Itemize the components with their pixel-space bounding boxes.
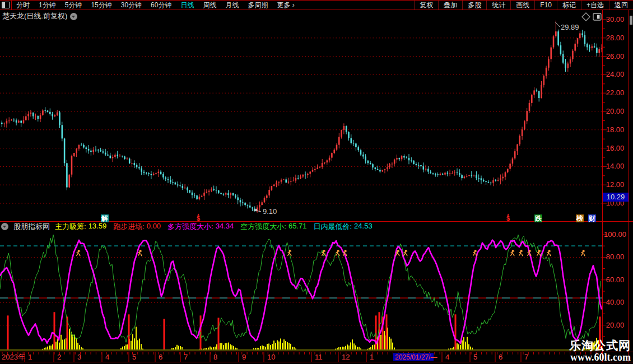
title-bar: 楚天龙(日线.前复权) [2, 11, 77, 21]
stock-title: 楚天龙(日线.前复权) [2, 11, 67, 21]
last-price-value: 10.29 [607, 193, 625, 201]
indicator-axis-label: 80.00 [606, 253, 625, 261]
price-axis-label: 24.00 [606, 70, 625, 78]
timeline-month-label: 7 [184, 353, 188, 361]
timeline-month-label: 9 [242, 353, 246, 361]
runner-icon [581, 250, 585, 256]
runner-icon [138, 250, 142, 256]
watermark: 乐淘公式网 www.60lt.com [569, 339, 631, 363]
timeline-month-label: 10 [267, 353, 275, 361]
price-axis-label: 20.00 [606, 107, 625, 115]
timeline-month-label: 1 [28, 353, 32, 361]
timeline-month-label: 7 [524, 353, 528, 361]
runner-icon [288, 250, 291, 256]
runner-icon [77, 250, 80, 256]
scrollbar-thumb[interactable] [630, 16, 632, 25]
timeline-month-label: 4 [445, 353, 449, 361]
toolbar-period-5[interactable]: 30分钟 [117, 1, 146, 10]
price-axis-label: 28.00 [606, 34, 625, 42]
price-axis-label: 18.00 [606, 125, 625, 134]
timeline-month-label: 4 [105, 353, 109, 361]
app-window: 29.899.1030.0028.0026.0024.0022.0020.001… [0, 0, 633, 364]
toolbar-action-1[interactable]: 复权 [414, 1, 438, 10]
entry-signal-bars [7, 312, 601, 349]
diamond-icon[interactable] [582, 13, 590, 21]
toolbar-period-3[interactable]: 5分钟 [60, 1, 87, 10]
toolbar-period-7[interactable]: 日线 [176, 1, 198, 10]
indicator-collapse-icon[interactable] [1, 223, 8, 230]
price-axis-label: 14.00 [606, 162, 625, 170]
toolbar-period-6[interactable]: 60分钟 [146, 1, 176, 10]
timeline-month-label: 6 [159, 353, 162, 361]
chart-canvas: 29.899.1030.0028.0026.0024.0022.0020.001… [0, 0, 633, 364]
title-dropdown-icon[interactable] [70, 13, 77, 20]
bear-strength-line [0, 235, 601, 342]
toolbar-action-5[interactable]: 画线 [510, 1, 534, 10]
indicator-field-value: 0.00 [147, 222, 161, 232]
toolbar-period-2[interactable]: 1分钟 [34, 1, 60, 10]
timeline-month-label: 11 [315, 353, 323, 361]
indicator-field-2: 跑步进场:0.00 [113, 222, 161, 232]
toolbar-action-3[interactable]: 多股 [462, 1, 486, 10]
indicator-field-label: 空方强度大小: [240, 222, 286, 232]
toolbar-action-2[interactable]: 叠加 [438, 1, 462, 10]
toolbar-action-7[interactable]: 标记 [557, 1, 581, 10]
candlestick-series [1, 21, 602, 213]
indicator-fields: 主力吸筹:13.59跑步进场:0.00多方强度大小:34.34空方强度大小:65… [55, 222, 373, 232]
indicator-header: 股朋指标网 主力吸筹:13.59跑步进场:0.00多方强度大小:34.34空方强… [1, 222, 373, 231]
indicator-field-1: 主力吸筹:13.59 [55, 222, 106, 232]
toolbar-period-4[interactable]: 15分钟 [86, 1, 116, 10]
indicator-field-3: 多方强度大小:34.34 [167, 222, 234, 232]
indicator-axis-label: 100.00 [604, 230, 626, 239]
price-axis-label: 22.00 [606, 88, 625, 97]
toolbar-period-11[interactable]: 更多 › [272, 1, 299, 10]
timeline-month-label: 12 [342, 353, 350, 361]
runner-icon [528, 250, 531, 256]
price-annotations: 29.899.10 [253, 22, 579, 216]
indicator-field-label: 主力吸筹: [55, 222, 86, 232]
timeline-month-label: 5 [132, 353, 136, 361]
bull-strength-line [0, 240, 602, 344]
indicator-panel [0, 235, 604, 350]
timeline-month-label: 6 [499, 353, 502, 361]
runner-icon [547, 250, 551, 256]
toolbar-action-6[interactable]: F10 [534, 1, 557, 10]
runner-icon [511, 250, 514, 256]
price-axis: 30.0028.0026.0024.0022.0020.0018.0016.00… [603, 15, 629, 207]
timeline-month-label: 5 [473, 353, 477, 361]
period-tabs: 分时1分钟5分钟15分钟30分钟60分钟日线周线月线多周期更多 › [12, 1, 299, 10]
timeline-highlight-label: 2025/01/27/— [395, 353, 437, 361]
runner-icon [404, 250, 407, 256]
timeline-month-label: 3 [77, 353, 81, 361]
toolbar-action-9[interactable]: 返回 [609, 1, 633, 10]
toolbar-period-1[interactable]: 分时 [12, 1, 34, 10]
low-annotation: 9.10 [263, 207, 277, 216]
window-layout-glyph [2, 2, 10, 8]
toolbar-period-10[interactable]: 多周期 [243, 1, 272, 10]
price-axis-label: 12.00 [606, 180, 625, 189]
indicator-axis-label: 60.00 [606, 276, 625, 284]
panel-borders [0, 10, 633, 362]
window-layout-icon[interactable] [0, 1, 12, 10]
toolbar: 分时1分钟5分钟15分钟30分钟60分钟日线周线月线多周期更多 › 复权叠加多股… [0, 0, 633, 10]
runner-icon [473, 250, 477, 256]
watermark-url: www.60lt.com [569, 352, 631, 363]
toolbar-actions: 复权叠加多股统计画线F10标记+自选返回 [414, 1, 633, 10]
indicator-axis-label: 20.00 [606, 321, 625, 329]
toolbar-period-9[interactable]: 月线 [221, 1, 243, 10]
timeline-month-label: 1 [370, 353, 374, 361]
timeline: 2023年123456789101112145672025/01/27/— [2, 352, 602, 362]
toolbar-period-8[interactable]: 周线 [198, 1, 221, 10]
timeline-year-label: 2023年 [2, 353, 25, 361]
indicator-field-label: 日内最低价: [313, 222, 352, 232]
watermark-site-name: 乐淘公式网 [569, 339, 631, 352]
indicator-field-value: 13.59 [89, 222, 107, 232]
runner-icon [537, 250, 541, 256]
indicator-axis-label: 40.00 [606, 298, 625, 306]
indicator-source-label: 股朋指标网 [13, 222, 50, 232]
timeline-month-label: 8 [213, 353, 217, 361]
indicator-field-value: 24.53 [354, 222, 373, 232]
toolbar-action-8[interactable]: +自选 [581, 1, 609, 10]
toolbar-action-4[interactable]: 统计 [486, 1, 510, 10]
timeline-month-label: 2 [57, 353, 61, 361]
